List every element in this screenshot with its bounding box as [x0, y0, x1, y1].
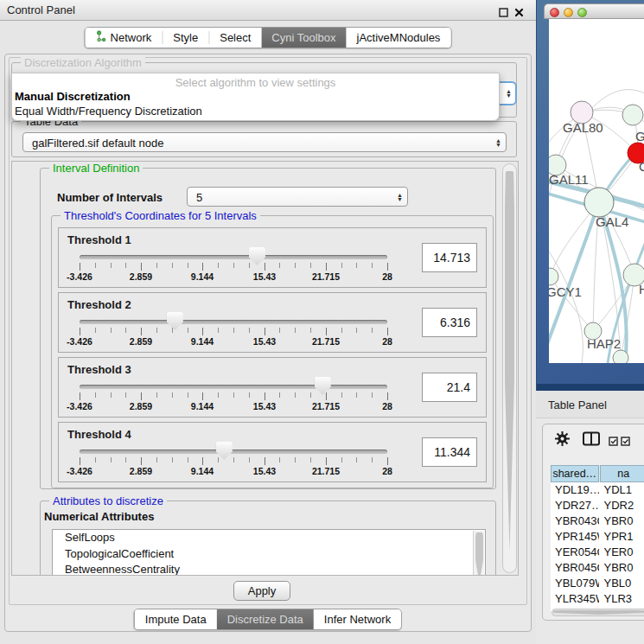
table-horizontal-scrollbar[interactable]	[552, 609, 644, 616]
tick-label: -3.426	[67, 336, 92, 347]
slider-major-tick	[80, 392, 80, 400]
settings-scroll-region: Interval Definition Number of Intervals …	[11, 161, 519, 576]
close-traffic-light[interactable]	[550, 8, 559, 17]
table-data-combo[interactable]: galFiltered.sif default node ▲▼	[22, 132, 507, 152]
table-cell: YLR345W	[551, 591, 599, 607]
tick-label: 2.859	[130, 401, 152, 411]
threshold-value-field[interactable]	[422, 308, 477, 337]
table-row[interactable]: YER054C YER0	[551, 545, 644, 560]
table-panel: shared… na YDL19… YDL1 YDR27… YDR2	[542, 424, 644, 621]
slider-major-tick	[141, 328, 142, 335]
tick-label: 2.859	[130, 466, 152, 476]
threshold-value-field[interactable]	[422, 373, 477, 402]
table-cell: YBR0	[600, 560, 644, 576]
float-window-icon[interactable]	[499, 5, 508, 21]
table-row[interactable]: YDL19… YDL1	[551, 482, 644, 498]
number-of-intervals-value: 5	[196, 190, 202, 203]
algorithm-placeholder-option[interactable]: Select algorithm to view settings	[12, 76, 499, 89]
checkbox-icon[interactable]	[621, 434, 630, 450]
table-cell: YBR043C	[551, 513, 599, 529]
attributes-group: Attributes to discretize Numerical Attri…	[40, 501, 496, 576]
slider-major-tick	[202, 328, 203, 335]
minimize-traffic-light[interactable]	[564, 8, 573, 17]
node-top-right[interactable]	[622, 105, 643, 125]
slider-track[interactable]	[80, 255, 387, 259]
attributes-group-label: Attributes to discretize	[49, 494, 167, 507]
tick-label: 28	[382, 271, 392, 282]
tab-jactivemnodules[interactable]: jActiveMNodules	[347, 28, 451, 48]
list-scrollbar[interactable]	[473, 531, 484, 576]
node-table: shared… na YDL19… YDL1 YDR27… YDR2	[551, 465, 644, 611]
table-row[interactable]: YDR27… YDR2	[551, 498, 644, 513]
threshold-label: Threshold 1	[67, 233, 131, 246]
settings-scrollbar-thumb[interactable]	[505, 171, 514, 552]
threshold-value-field[interactable]	[422, 243, 477, 272]
slider-major-tick	[265, 263, 265, 271]
table-cell: YDR2	[600, 498, 644, 513]
node-label-gcy1: GCY1	[549, 284, 582, 299]
list-item[interactable]: BetweennessCentrality	[53, 562, 485, 576]
slider-track[interactable]	[80, 385, 387, 389]
tab-cyni-toolbox[interactable]: Cyni Toolbox	[261, 28, 346, 48]
node-gcy1[interactable]	[549, 268, 558, 285]
tick-label: 15.43	[253, 466, 276, 476]
tick-label: 21.715	[312, 466, 340, 476]
slider-major-tick	[141, 457, 142, 465]
number-of-intervals-combo[interactable]: 5 ▲▼	[187, 187, 408, 207]
column-header-name[interactable]: na	[600, 465, 644, 482]
table-cell: YBR045C	[551, 560, 599, 576]
control-panel: Control Panel Network Style Select Cyni …	[0, 0, 536, 644]
discretization-algorithm-label: Discretization Algorithm	[21, 56, 145, 69]
threshold-label: Threshold 4	[67, 428, 131, 441]
threshold-row: Threshold 3 -3.426 2.859 9.144 15.4	[58, 357, 487, 418]
tab-style[interactable]: Style	[163, 28, 208, 48]
threshold-value-field[interactable]	[422, 437, 477, 467]
checkbox-icon[interactable]	[609, 434, 618, 450]
list-scrollbar-thumb[interactable]	[475, 532, 483, 576]
maximize-traffic-light[interactable]	[577, 8, 587, 17]
slider-track[interactable]	[80, 450, 387, 454]
table-row[interactable]: YBR043C YBR0	[551, 513, 644, 529]
node-label-h: H	[639, 282, 644, 296]
node-gal4[interactable]	[584, 188, 614, 217]
interval-definition-label: Interval Definition	[49, 162, 143, 175]
network-window-titlebar[interactable]	[544, 3, 644, 19]
tab-infer-network[interactable]: Infer Network	[314, 609, 401, 629]
tab-select[interactable]: Select	[209, 28, 261, 48]
tab-impute-data[interactable]: Impute Data	[135, 609, 217, 629]
desktop-bottom-edge	[537, 384, 644, 391]
cyni-bottom-tabbar: Impute Data Discretize Data Infer Networ…	[134, 609, 402, 630]
threshold-row: Threshold 1 -3.426 2.859 9.144 15.4	[58, 227, 487, 288]
apply-button[interactable]: Apply	[233, 581, 290, 601]
node-bottom-partial[interactable]	[613, 350, 628, 363]
option-manual-discretization[interactable]: Manual Discretization	[15, 90, 131, 103]
close-icon[interactable]	[514, 5, 524, 21]
slider-major-tick	[326, 328, 327, 335]
tab-network[interactable]: Network	[86, 28, 163, 48]
slider-major-tick	[387, 263, 388, 271]
list-item[interactable]: TopologicalCoefficient	[53, 546, 485, 563]
tick-label: 9.144	[191, 401, 214, 411]
slider-track[interactable]	[80, 320, 387, 324]
tab-discretize-data[interactable]: Discretize Data	[217, 609, 314, 629]
split-columns-icon[interactable]	[583, 431, 600, 450]
table-row[interactable]: YPR145W YPR1	[551, 529, 644, 545]
settings-scrollbar[interactable]	[502, 163, 517, 573]
table-row[interactable]: YLR345W YLR3	[551, 591, 644, 607]
numerical-attributes-list[interactable]: SelfLoops TopologicalCoefficient Between…	[52, 529, 486, 576]
table-body[interactable]: YDL19… YDL1 YDR27… YDR2 YBR043C YBR0	[551, 482, 644, 611]
network-canvas[interactable]: GAL80 GA C GAL11 GAL4 GCY1 H HAP2	[549, 19, 644, 363]
network-nodes	[549, 101, 644, 363]
list-item[interactable]: SelfLoops	[53, 530, 485, 546]
option-equal-width-frequency[interactable]: Equal Width/Frequency Discretization	[15, 105, 202, 118]
slider-major-tick	[387, 457, 388, 465]
tick-label: 28	[382, 336, 392, 347]
table-scrollbar-thumb[interactable]	[553, 610, 644, 615]
gear-icon[interactable]	[555, 431, 570, 450]
slider-minor-ticks	[80, 263, 388, 268]
node-label-gal11: GAL11	[549, 172, 589, 187]
table-row[interactable]: YBR045C YBR0	[551, 560, 644, 576]
table-cell: YER054C	[551, 545, 599, 560]
column-header-shared[interactable]: shared…	[551, 465, 599, 482]
table-row[interactable]: YBL079W YBL0	[551, 576, 644, 591]
